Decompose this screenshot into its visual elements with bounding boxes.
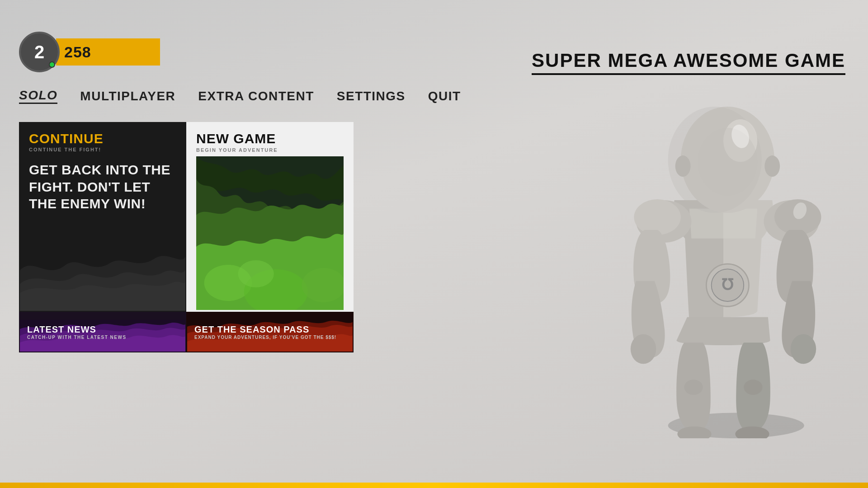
- xp-bar: 258: [56, 38, 160, 66]
- header: 2 258: [19, 32, 160, 72]
- continue-title: CONTINUE: [29, 131, 176, 146]
- main-nav: SOLO MULTIPLAYER EXTRA CONTENT SETTINGS …: [19, 88, 461, 104]
- season-pass-card[interactable]: GET THE SEASON PASS EXPAND YOUR ADVENTUR…: [186, 312, 354, 352]
- cards-grid: CONTINUE CONTINUE THE FIGHT! GET BACK IN…: [19, 122, 354, 352]
- continue-subtitle: CONTINUE THE FIGHT!: [29, 147, 176, 152]
- news-subtitle: CATCH-UP WITH THE LATEST NEWS: [27, 335, 178, 340]
- svg-point-28: [744, 380, 762, 395]
- svg-point-3: [302, 268, 344, 302]
- continue-card[interactable]: CONTINUE CONTINUE THE FIGHT! GET BACK IN…: [19, 122, 186, 312]
- robot-character: Ʊ: [542, 54, 868, 461]
- svg-text:Ʊ: Ʊ: [722, 276, 734, 293]
- level-number: 2: [34, 42, 44, 62]
- level-badge: 2: [19, 32, 60, 72]
- nav-extra-content[interactable]: EXTRA CONTENT: [198, 89, 314, 103]
- svg-point-4: [238, 260, 274, 287]
- nav-quit[interactable]: QUIT: [428, 89, 461, 103]
- new-game-subtitle: BEGIN YOUR ADVENTURE: [196, 147, 344, 153]
- bottom-accent-bar: [0, 483, 868, 488]
- new-game-terrain-art: [196, 156, 344, 310]
- svg-point-27: [684, 380, 703, 395]
- robot-figure-svg: Ʊ: [565, 77, 868, 438]
- nav-solo[interactable]: SOLO: [19, 88, 57, 104]
- nav-settings[interactable]: SETTINGS: [337, 89, 406, 103]
- season-title: GET THE SEASON PASS: [194, 324, 345, 335]
- xp-value: 258: [64, 43, 91, 61]
- new-game-card[interactable]: NEW GAME BEGIN YOUR ADVENTURE: [186, 122, 354, 312]
- svg-point-23: [631, 334, 656, 364]
- continue-body: GET BACK INTO THE FIGHT. DON'T LET THE E…: [29, 161, 176, 212]
- nav-multiplayer[interactable]: MULTIPLAYER: [80, 89, 175, 103]
- continue-terrain-decoration: [20, 230, 185, 311]
- season-subtitle: EXPAND YOUR ADVENTURES, IF YOU'VE GOT TH…: [194, 335, 345, 340]
- svg-point-20: [634, 199, 681, 235]
- svg-point-18: [764, 155, 780, 177]
- svg-point-17: [675, 155, 691, 177]
- new-game-title: NEW GAME: [196, 131, 344, 146]
- svg-point-24: [791, 334, 816, 364]
- latest-news-card[interactable]: LATEST NEWS CATCH-UP WITH THE LATEST NEW…: [19, 312, 186, 352]
- news-title: LATEST NEWS: [27, 324, 178, 335]
- online-indicator: [49, 61, 55, 68]
